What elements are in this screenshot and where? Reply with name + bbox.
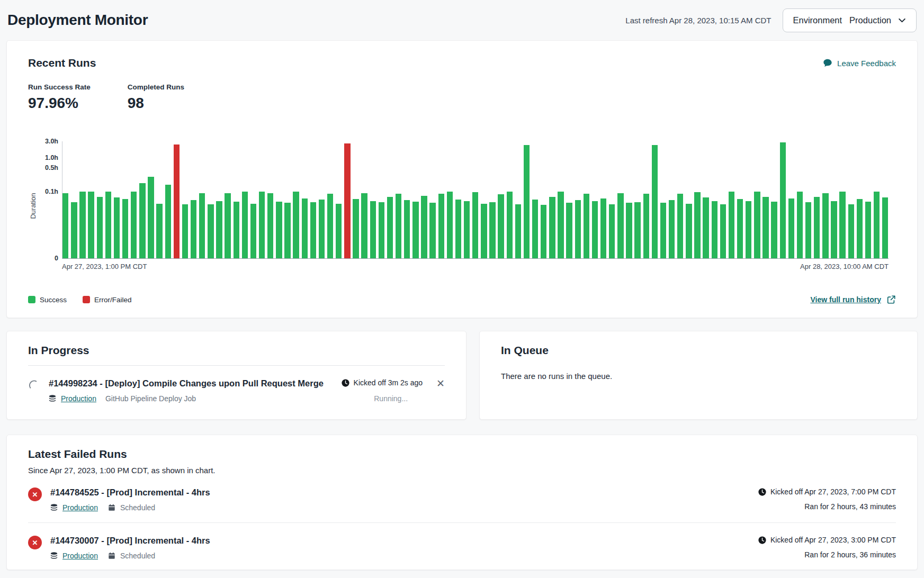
chart-bar-success[interactable] [62, 193, 68, 258]
chart-bar-success[interactable] [575, 200, 581, 258]
chart-bar-success[interactable] [489, 202, 495, 258]
chart-bar-success[interactable] [148, 177, 154, 258]
chart-bar-success[interactable] [532, 200, 538, 258]
chart-bar-success[interactable] [822, 193, 828, 258]
chart-bar-success[interactable] [165, 185, 171, 258]
chart-bar-success[interactable] [250, 204, 256, 258]
close-icon[interactable]: ✕ [436, 378, 445, 403]
chart-bar-success[interactable] [472, 192, 478, 258]
chart-bar-success[interactable] [634, 202, 640, 258]
chart-bar-success[interactable] [669, 200, 675, 258]
chart-bar-success[interactable] [131, 192, 137, 258]
chart-bar-success[interactable] [857, 199, 863, 258]
chart-bar-success[interactable] [88, 192, 94, 258]
chart-bar-success[interactable] [327, 194, 333, 258]
chart-bar-success[interactable] [865, 202, 871, 258]
chart-bar-success[interactable] [686, 204, 692, 258]
chart-bar-success[interactable] [626, 203, 632, 258]
chart-bar-success[interactable] [267, 193, 273, 258]
chart-bar-success[interactable] [182, 204, 188, 258]
chart-bar-success[interactable] [396, 194, 401, 258]
chart-bar-success[interactable] [549, 197, 555, 258]
chart-bar-success[interactable] [874, 192, 880, 258]
chart-bar-success[interactable] [558, 192, 563, 258]
chart-bar-success[interactable] [447, 192, 453, 258]
chart-bar-success[interactable] [122, 199, 128, 258]
chart-bar-success[interactable] [541, 205, 546, 258]
chart-bar-success[interactable] [293, 192, 299, 258]
chart-bar-success[interactable] [754, 192, 760, 258]
chart-bar-success[interactable] [71, 202, 77, 258]
chart-bar-success[interactable] [481, 204, 487, 258]
run-environment-link[interactable]: Production [62, 552, 98, 560]
chart-bar-success[interactable] [694, 192, 700, 258]
chart-bar-success[interactable] [310, 202, 316, 258]
chart-bar-success[interactable] [242, 192, 248, 258]
chart-bar-success[interactable] [609, 204, 615, 258]
legend-item-error[interactable]: Error/Failed [83, 296, 132, 304]
chart-bar-success[interactable] [584, 194, 589, 258]
chart-bar-success[interactable] [234, 202, 239, 258]
legend-item-success[interactable]: Success [28, 296, 67, 304]
chart-bar-success[interactable] [600, 198, 606, 258]
chart-bar-success[interactable] [814, 197, 820, 258]
chart-bar-success[interactable] [276, 202, 282, 258]
chart-bar-success[interactable] [156, 204, 162, 258]
chart-bar-success[interactable] [507, 192, 513, 258]
chart-bar-success[interactable] [284, 203, 290, 258]
chart-bar-success[interactable] [139, 183, 145, 258]
chart-bar-success[interactable] [617, 193, 623, 258]
chart-bar-success[interactable] [79, 192, 85, 258]
chart-bar-success[interactable] [464, 201, 470, 258]
chart-bar-success[interactable] [429, 203, 435, 258]
chart-bar-success[interactable] [216, 201, 222, 258]
chart-bar-success[interactable] [566, 203, 572, 258]
chart-bar-success[interactable] [105, 192, 111, 258]
chart-bar-success[interactable] [302, 198, 308, 258]
chart-bar-success[interactable] [199, 193, 205, 258]
chart-bar-success[interactable] [336, 204, 342, 258]
chart-bar-success[interactable] [225, 193, 230, 258]
chart-bar-success[interactable] [882, 197, 888, 258]
chart-bar-success[interactable] [370, 201, 376, 258]
chart-bar-success[interactable] [259, 192, 265, 258]
chart-bar-success[interactable] [592, 201, 598, 258]
chart-bar-success[interactable] [97, 197, 103, 258]
chart-bar-success[interactable] [712, 201, 717, 258]
chart-bar-success[interactable] [524, 145, 530, 258]
chart-bar-success[interactable] [412, 202, 418, 258]
chart-bar-success[interactable] [677, 194, 683, 258]
chart-bar-success[interactable] [703, 197, 708, 258]
chart-bar-success[interactable] [438, 194, 444, 258]
chart-bar-success[interactable] [208, 204, 213, 258]
chart-bar-success[interactable] [379, 202, 384, 258]
leave-feedback-link[interactable]: Leave Feedback [823, 58, 896, 68]
chart-bar-success[interactable] [797, 192, 803, 258]
chart-bar-success[interactable] [515, 204, 521, 258]
run-environment-link[interactable]: Production [61, 394, 96, 403]
chart-bar-success[interactable] [387, 197, 393, 258]
chart-bar-error[interactable] [344, 143, 350, 258]
chart-bar-success[interactable] [660, 203, 666, 258]
chart-bar-success[interactable] [353, 199, 358, 258]
chart-bar-success[interactable] [780, 142, 786, 258]
chart-bar-success[interactable] [788, 198, 794, 258]
chart-bar-error[interactable] [174, 144, 180, 258]
chart-bar-success[interactable] [839, 192, 845, 258]
chart-bar-success[interactable] [729, 192, 734, 258]
chart-bar-success[interactable] [848, 204, 854, 258]
chart-bar-success[interactable] [191, 200, 196, 258]
chart-bar-success[interactable] [805, 202, 811, 258]
chart-bar-success[interactable] [720, 204, 726, 258]
chart-bar-success[interactable] [319, 200, 325, 258]
run-environment-link[interactable]: Production [62, 503, 98, 512]
chart-bar-success[interactable] [737, 199, 743, 258]
chart-bar-success[interactable] [643, 194, 649, 258]
chart-bar-success[interactable] [421, 196, 427, 258]
chart-bar-success[interactable] [762, 197, 768, 258]
chart-bar-success[interactable] [498, 194, 504, 258]
chart-bar-success[interactable] [746, 201, 751, 258]
chart-bar-success[interactable] [455, 200, 461, 258]
chart-bar-success[interactable] [404, 200, 410, 258]
environment-dropdown[interactable]: Environment Production [783, 8, 917, 32]
